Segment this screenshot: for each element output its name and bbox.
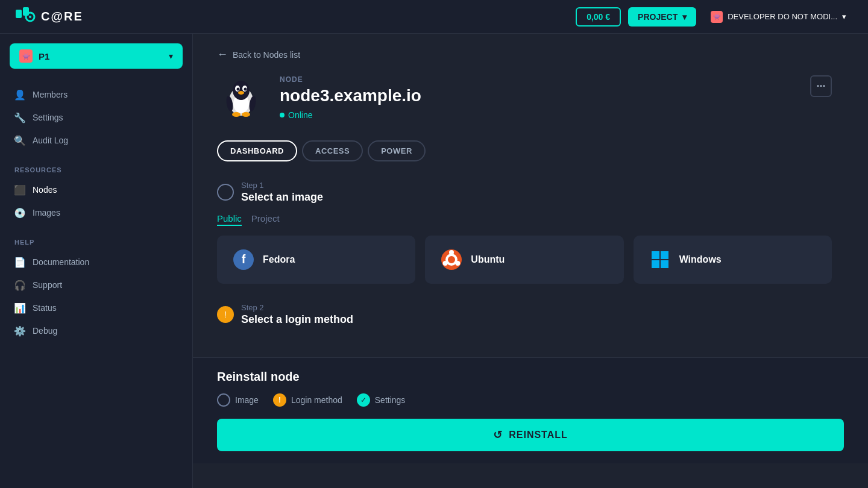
os-card-ubuntu[interactable]: Ubuntu	[425, 236, 623, 284]
step2-header: ! Step 2 Select a login method	[217, 303, 832, 326]
chevron-down-icon: ▾	[169, 51, 173, 61]
doc-icon: 📄	[14, 257, 25, 267]
svg-point-21	[456, 261, 461, 266]
step2-circle: !	[217, 306, 234, 323]
svg-point-20	[449, 250, 454, 255]
reinstall-step-image: Image	[217, 393, 259, 407]
svg-point-3	[29, 16, 31, 18]
svg-point-12	[232, 112, 241, 117]
sidebar: 👾 P1 ▾ 👤 Members 🔧 Settings 🔍 Audit Log …	[0, 34, 193, 488]
header-right: 0,00 € PROJECT ▾ 👾 DEVELOPER DO NOT MODI…	[576, 6, 854, 28]
back-arrow-icon: ←	[217, 48, 228, 61]
reinstall-icon: ↺	[493, 428, 503, 442]
svg-rect-26	[661, 260, 668, 268]
developer-button[interactable]: 👾 DEVELOPER DO NOT MODI... ▾	[703, 6, 854, 28]
status-dot	[280, 113, 285, 117]
svg-point-11	[238, 91, 244, 95]
step1-section: Step 1 Select an image Public Project	[217, 181, 832, 284]
fedora-icon: f	[233, 249, 254, 271]
status-icon: 📊	[14, 302, 25, 313]
windows-icon	[649, 249, 671, 271]
reinstall-button[interactable]: ↺ REINSTALL	[217, 419, 844, 451]
svg-rect-0	[16, 10, 22, 18]
reinstall-step-login: ! Login method	[273, 393, 342, 407]
tab-power[interactable]: POWER	[368, 140, 426, 161]
project-avatar: 👾	[19, 49, 33, 63]
sidebar-item-documentation[interactable]: 📄 Documentation	[0, 251, 192, 274]
sidebar-item-audit-log[interactable]: 🔍 Audit Log	[0, 129, 192, 152]
reinstall-steps: Image ! Login method ✓ Settings	[217, 393, 844, 407]
node-name: node3.example.io	[280, 86, 832, 105]
sidebar-item-status[interactable]: 📊 Status	[0, 296, 192, 319]
debug-icon: ⚙️	[14, 325, 25, 336]
content-inner: ← Back to Nodes list	[193, 34, 856, 357]
resources-label: RESOURCES	[0, 166, 192, 174]
settings-icon: 🔧	[14, 112, 25, 123]
step1-circle	[217, 184, 234, 201]
back-link[interactable]: ← Back to Nodes list	[217, 48, 832, 61]
reinstall-step-settings: ✓ Settings	[357, 393, 406, 407]
svg-rect-25	[652, 260, 659, 268]
logo-icon	[14, 6, 36, 28]
image-tab-public[interactable]: Public	[217, 213, 242, 226]
svg-point-13	[242, 112, 250, 117]
project-name: P1	[39, 51, 49, 61]
sidebar-item-settings[interactable]: 🔧 Settings	[0, 106, 192, 129]
project-selector[interactable]: 👾 P1 ▾	[10, 43, 183, 69]
sidebar-item-images[interactable]: 💿 Images	[0, 201, 192, 224]
image-tabs: Public Project	[217, 213, 832, 226]
logo: C@RE	[14, 6, 83, 28]
os-cards: f Fedora	[217, 236, 832, 284]
step-check-icon: ✓	[357, 393, 370, 407]
logo-text: C@RE	[41, 10, 83, 23]
sidebar-general-section: 👤 Members 🔧 Settings 🔍 Audit Log	[0, 83, 192, 152]
step1-title: Select an image	[241, 191, 323, 204]
user-icon: 👤	[14, 89, 25, 100]
sidebar-item-debug[interactable]: ⚙️ Debug	[0, 319, 192, 342]
svg-point-22	[443, 261, 448, 266]
step-warning-icon: !	[273, 393, 286, 407]
step-empty-icon	[217, 393, 230, 407]
svg-text:f: f	[242, 252, 246, 266]
audit-icon: 🔍	[14, 135, 25, 146]
sidebar-item-members[interactable]: 👤 Members	[0, 83, 192, 106]
tab-access[interactable]: ACCESS	[302, 140, 363, 161]
step2-title: Select a login method	[241, 313, 353, 326]
reinstall-title: Reinstall node	[217, 370, 844, 384]
fedora-label: Fedora	[263, 254, 295, 265]
windows-label: Windows	[679, 254, 722, 265]
node-menu-button[interactable]: ···	[810, 75, 832, 97]
image-tab-project[interactable]: Project	[251, 213, 280, 226]
sidebar-item-support[interactable]: 🎧 Support	[0, 274, 192, 296]
node-label: NODE	[280, 75, 832, 84]
sidebar-resources-section: RESOURCES ⬛ Nodes 💿 Images	[0, 166, 192, 224]
node-status: Online	[280, 110, 832, 120]
os-card-windows[interactable]: Windows	[634, 236, 832, 284]
os-card-fedora[interactable]: f Fedora	[217, 236, 415, 284]
ubuntu-label: Ubuntu	[471, 254, 505, 265]
support-icon: 🎧	[14, 280, 25, 290]
step2-label: Step 2	[241, 303, 353, 312]
ubuntu-icon	[441, 249, 462, 271]
chevron-down-icon: ▾	[842, 12, 846, 21]
svg-point-6	[233, 81, 250, 100]
node-logo	[217, 75, 265, 124]
node-tabs: DASHBOARD ACCESS POWER	[217, 140, 832, 161]
sidebar-help-section: HELP 📄 Documentation 🎧 Support 📊 Status …	[0, 239, 192, 342]
step1-label: Step 1	[241, 181, 323, 190]
top-header: C@RE 0,00 € PROJECT ▾ 👾 DEVELOPER DO NOT…	[0, 0, 868, 34]
sidebar-item-nodes[interactable]: ⬛ Nodes	[0, 178, 192, 201]
balance-button[interactable]: 0,00 €	[576, 7, 621, 27]
step2-section: ! Step 2 Select a login method	[217, 303, 832, 326]
images-icon: 💿	[14, 207, 25, 218]
svg-rect-24	[661, 251, 668, 259]
step1-header: Step 1 Select an image	[217, 181, 832, 204]
tab-dashboard[interactable]: DASHBOARD	[217, 140, 297, 161]
project-button[interactable]: PROJECT ▾	[628, 7, 696, 27]
main-layout: 👾 P1 ▾ 👤 Members 🔧 Settings 🔍 Audit Log …	[0, 34, 868, 488]
help-label: HELP	[0, 239, 192, 246]
svg-point-9	[237, 88, 240, 91]
node-header: NODE node3.example.io Online ···	[217, 75, 832, 124]
developer-avatar: 👾	[711, 11, 723, 23]
svg-rect-23	[652, 251, 659, 259]
